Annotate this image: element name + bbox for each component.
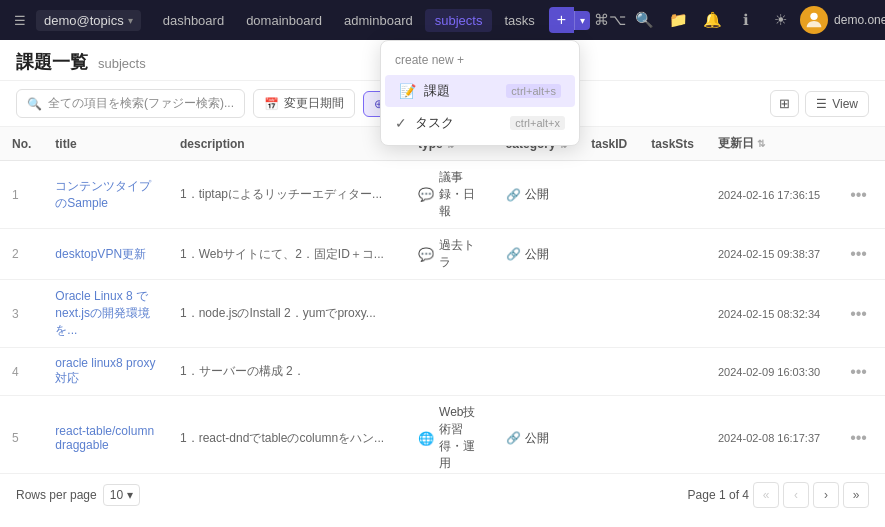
cell-description: 1．node.jsのInstall 2．yumでproxy... — [168, 280, 406, 348]
filter-date-button[interactable]: 📅 変更日期間 — [253, 89, 355, 118]
cell-updated: 2024-02-09 16:03:30 — [706, 348, 832, 396]
title-link[interactable]: desktopVPN更新 — [55, 247, 146, 261]
dropdown-item-task[interactable]: 📝 課題 ctrl+alt+s — [385, 75, 575, 107]
title-link[interactable]: コンテンツタイプのSample — [55, 179, 151, 210]
shortcut-icon[interactable]: ⌘⌥ — [596, 6, 624, 34]
row-more-button[interactable]: ••• — [844, 361, 873, 382]
create-plus-button[interactable]: + — [549, 7, 574, 33]
info-icon[interactable]: ℹ — [732, 6, 760, 34]
cell-updated: 2024-02-15 08:32:34 — [706, 280, 832, 348]
type-label: Web技術習得・運用 — [439, 404, 482, 472]
nav-tasks[interactable]: tasks — [494, 9, 544, 32]
cell-title: desktopVPN更新 — [43, 229, 168, 280]
cell-no: 2 — [0, 229, 43, 280]
page-next-button[interactable]: › — [813, 482, 839, 508]
col-updated[interactable]: 更新日⇅ — [706, 127, 832, 161]
type-label: 過去トラ — [439, 237, 482, 271]
cell-type: 💬 議事録・日報 — [406, 161, 494, 229]
calendar-icon: 📅 — [264, 97, 279, 111]
cell-type: 💬 過去トラ — [406, 229, 494, 280]
table-row: 4 oracle linux8 proxy対応 1．サーバーの構成 2． 202… — [0, 348, 885, 396]
pagination: Page 1 of 4 « ‹ › » — [688, 482, 869, 508]
nav-dashboard[interactable]: dashboard — [153, 9, 234, 32]
cell-category — [494, 348, 580, 396]
row-more-button[interactable]: ••• — [844, 184, 873, 205]
create-plus-arrow[interactable]: ▾ — [574, 11, 590, 30]
cell-taskid — [579, 348, 639, 396]
theme-icon[interactable]: ☀ — [766, 6, 794, 34]
bell-icon[interactable]: 🔔 — [698, 6, 726, 34]
table-footer: Rows per page 10 ▾ Page 1 of 4 « ‹ › » — [0, 473, 885, 516]
category-icon: 🔗 — [506, 188, 521, 202]
cell-taskid — [579, 280, 639, 348]
avatar[interactable] — [800, 6, 828, 34]
cell-no: 5 — [0, 396, 43, 474]
col-actions — [832, 127, 885, 161]
view-button[interactable]: ☰ View — [805, 91, 869, 117]
cell-type — [406, 348, 494, 396]
topnav-links: dashboard domainboard adminboard subject… — [153, 9, 545, 32]
row-more-button[interactable]: ••• — [844, 427, 873, 448]
folder-icon[interactable]: 📁 — [664, 6, 692, 34]
cell-type: 🌐 Web技術習得・運用 — [406, 396, 494, 474]
search-magnifier-icon: 🔍 — [27, 97, 42, 111]
cell-category: 🔗 公開 — [494, 396, 580, 474]
workspace-chevron-icon: ▾ — [128, 15, 133, 26]
title-link[interactable]: react-table/column draggable — [55, 424, 154, 452]
cell-description: 1．Webサイトにて、2．固定ID＋コ... — [168, 229, 406, 280]
title-link[interactable]: oracle linux8 proxy対応 — [55, 356, 155, 385]
type-icon: 🌐 — [418, 431, 434, 446]
search-input[interactable]: 🔍 全ての項目を検索(ファジー検索)... — [16, 89, 245, 118]
cell-category — [494, 280, 580, 348]
table-row: 3 Oracle Linux 8 でnext.jsの開発環境を... 1．nod… — [0, 280, 885, 348]
dropdown-item-subtask[interactable]: ✓ タスク ctrl+alt+x — [381, 107, 579, 139]
topnav-right: + ▾ ⌘⌥ 🔍 📁 🔔 ℹ ☀ demo.one ▾ — [549, 6, 885, 34]
title-link[interactable]: Oracle Linux 8 でnext.jsの開発環境を... — [55, 289, 150, 337]
cell-actions: ••• — [832, 396, 885, 474]
grid-icon: ⊞ — [779, 96, 790, 111]
nav-adminboard[interactable]: adminboard — [334, 9, 423, 32]
cell-actions: ••• — [832, 280, 885, 348]
view-icon: ☰ — [816, 97, 827, 111]
workspace-selector[interactable]: demo@topics ▾ — [36, 10, 141, 31]
cell-type — [406, 280, 494, 348]
topnav: ☰ demo@topics ▾ dashboard domainboard ad… — [0, 0, 885, 40]
task-icon: 📝 — [399, 83, 416, 99]
page-prev-button[interactable]: ‹ — [783, 482, 809, 508]
row-more-button[interactable]: ••• — [844, 303, 873, 324]
cell-description: 1．tiptapによるリッチーエディター... — [168, 161, 406, 229]
page-title: 課題一覧 — [16, 50, 88, 74]
user-menu[interactable]: demo.one ▾ — [834, 13, 885, 27]
type-label: 議事録・日報 — [439, 169, 482, 220]
cell-tasksts — [639, 229, 706, 280]
cell-title: react-table/column draggable — [43, 396, 168, 474]
cell-taskid — [579, 161, 639, 229]
page-last-button[interactable]: » — [843, 482, 869, 508]
dropdown-task-label: 課題 — [424, 82, 450, 100]
table-row: 5 react-table/column draggable 1．react-d… — [0, 396, 885, 474]
table-container: No. title description type⇅ category⇅ ta… — [0, 127, 885, 473]
dropdown-subtask-shortcut: ctrl+alt+x — [510, 116, 565, 130]
cell-title: コンテンツタイプのSample — [43, 161, 168, 229]
search-placeholder-text: 全ての項目を検索(ファジー検索)... — [48, 95, 234, 112]
rows-per-page: Rows per page 10 ▾ — [16, 484, 140, 506]
category-icon: 🔗 — [506, 431, 521, 445]
nav-subjects[interactable]: subjects — [425, 9, 493, 32]
search-icon[interactable]: 🔍 — [630, 6, 658, 34]
page-first-button[interactable]: « — [753, 482, 779, 508]
rows-per-page-label: Rows per page — [16, 488, 97, 502]
nav-domainboard[interactable]: domainboard — [236, 9, 332, 32]
issues-table: No. title description type⇅ category⇅ ta… — [0, 127, 885, 473]
menu-icon[interactable]: ☰ — [8, 9, 32, 32]
workspace-label: demo@topics — [44, 13, 124, 28]
row-more-button[interactable]: ••• — [844, 243, 873, 264]
page-info-text: Page 1 of 4 — [688, 488, 749, 502]
cell-actions: ••• — [832, 161, 885, 229]
table-row: 2 desktopVPN更新 1．Webサイトにて、2．固定ID＋コ... 💬 … — [0, 229, 885, 280]
grid-view-button[interactable]: ⊞ — [770, 90, 799, 117]
cell-no: 1 — [0, 161, 43, 229]
dropdown-task-shortcut: ctrl+alt+s — [506, 84, 561, 98]
rows-per-page-select[interactable]: 10 ▾ — [103, 484, 140, 506]
dropdown-header: create new + — [381, 47, 579, 75]
create-new-dropdown: create new + 📝 課題 ctrl+alt+s ✓ タスク ctrl+… — [380, 40, 580, 146]
